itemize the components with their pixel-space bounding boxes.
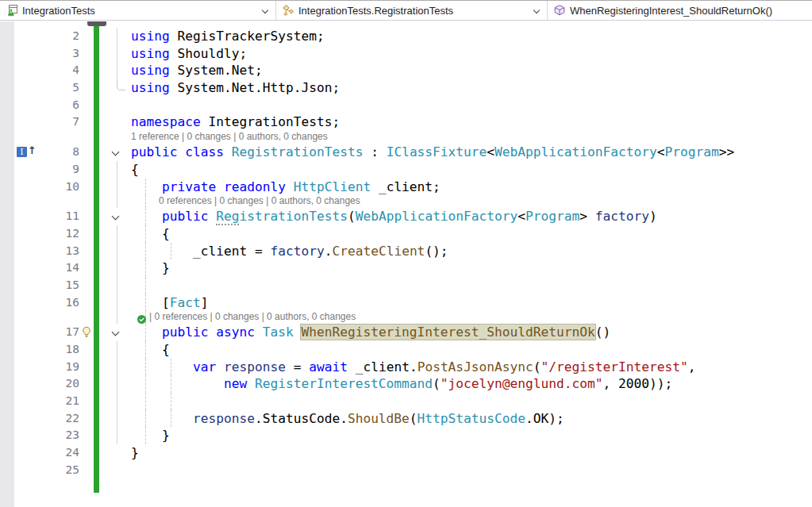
class-icon [282, 4, 294, 17]
code-token: RegisTrackerSystem; [177, 29, 324, 44]
member-dropdown[interactable]: WhenRegisteringInterest_ShouldReturnOk() [548, 1, 812, 20]
codelens-indicator[interactable]: 0 references | 0 changes | 0 authors, 0 … [159, 195, 360, 207]
code-token: namespace [131, 114, 208, 129]
line-number: 4 [24, 62, 79, 79]
code-token: response [224, 359, 286, 374]
code-line-12[interactable]: 12 { [0, 225, 812, 243]
code-line-21[interactable]: 21 [0, 393, 812, 410]
indent-guide [117, 179, 117, 196]
indent-guide [171, 393, 171, 410]
code-token: { [131, 226, 170, 241]
code-line-18[interactable]: 18 { [0, 341, 812, 359]
member-dropdown-label: WhenRegisteringInterest_ShouldReturnOk() [570, 5, 772, 17]
indent-guide [117, 359, 117, 376]
code-token: "/registerInterest" [541, 359, 688, 374]
indent-guide [117, 277, 117, 294]
code-token: HttpClient [294, 179, 371, 194]
code-token [131, 209, 162, 224]
code-line-4[interactable]: 4using System.Net; [0, 62, 812, 79]
code-line-8[interactable]: 8I↑public class RegistrationTests : ICla… [0, 144, 812, 161]
code-token: factory [270, 244, 324, 259]
code-line-7[interactable]: 7namespace IntegrationTests; [0, 113, 812, 131]
code-token: System.Net.Http.Json; [177, 80, 340, 95]
code-line-17[interactable]: 17 public async Task WhenRegisteringInte… [0, 324, 812, 341]
code-token: Program [665, 144, 719, 159]
indent-guide [117, 427, 117, 444]
code-token: _client = [131, 244, 270, 259]
code-line-3[interactable]: 3using Shouldly; [0, 45, 812, 63]
line-number: 5 [24, 79, 79, 97]
code-line-24[interactable]: 24} [0, 444, 812, 462]
code-line-16[interactable]: 16 [Fact] [0, 294, 812, 312]
codelens-row: | 0 references | 0 changes | 0 authors, … [0, 311, 812, 324]
code-text: using System.Net; [131, 62, 263, 79]
code-text: { [131, 341, 170, 359]
code-line-15[interactable]: 15 [0, 277, 812, 294]
code-token: . [325, 244, 333, 259]
code-editor[interactable]: 2using RegisTrackerSystem;3using Shouldl… [0, 28, 812, 479]
code-line-9[interactable]: 9{ [0, 161, 812, 179]
indent-guide [117, 393, 117, 410]
code-token: { [131, 342, 170, 357]
indent-guide [117, 243, 117, 260]
collapse-chevron-icon[interactable] [111, 328, 121, 336]
code-token: RegistrationTests [232, 144, 364, 159]
code-token: ( [533, 359, 541, 374]
code-token: var [193, 359, 224, 374]
code-token: _client [356, 359, 410, 374]
breadcrumb-navigation-bar: IntegrationTests IntegrationTests.Regist… [0, 0, 812, 21]
code-line-11[interactable]: 11 public RegistrationTests(WebApplicati… [0, 208, 812, 225]
code-line-19[interactable]: 19 var response = await _client.PostAsJs… [0, 359, 812, 376]
fold-region-end-bracket [117, 79, 125, 90]
code-token: .OK); [525, 411, 564, 426]
inheritance-up-arrow-icon: ↑ [28, 144, 37, 156]
code-token: Fact [170, 295, 201, 310]
code-token: "jocelyn@englund.com" [441, 376, 603, 391]
line-number: 11 [24, 208, 79, 225]
code-token: } [131, 445, 139, 460]
code-token: IntegrationTests; [208, 114, 340, 129]
project-dropdown[interactable]: IntegrationTests [0, 1, 276, 20]
code-text: [Fact] [131, 294, 208, 312]
code-token [131, 359, 193, 374]
code-token: , [688, 359, 696, 374]
collapse-chevron-icon[interactable] [111, 148, 121, 156]
codelens-indicator[interactable]: 1 reference | 0 changes | 0 authors, 0 c… [131, 131, 328, 143]
type-dropdown[interactable]: IntegrationTests.RegistrationTests [276, 1, 548, 20]
code-line-20[interactable]: 20 new RegisterInterestCommand("jocelyn@… [0, 375, 812, 393]
indent-guide [117, 161, 117, 179]
inheritance-margin-icon[interactable]: I [17, 147, 27, 157]
indent-guide [145, 195, 146, 208]
code-line-25[interactable]: 25 [0, 462, 812, 479]
code-line-13[interactable]: 13 _client = factory.CreateClient(); [0, 243, 812, 260]
line-number: 12 [24, 225, 79, 243]
collapse-chevron-icon[interactable] [111, 213, 121, 221]
code-line-22[interactable]: 22 response.StatusCode.ShouldBe(HttpStat… [0, 410, 812, 428]
method-icon [553, 4, 566, 17]
test-passed-icon [137, 313, 146, 321]
code-line-23[interactable]: 23 } [0, 427, 812, 444]
type-dropdown-label: IntegrationTests.RegistrationTests [298, 5, 453, 17]
line-number: 20 [24, 375, 79, 393]
code-token [131, 325, 162, 340]
code-line-10[interactable]: 10 private readonly HttpClient _client; [0, 179, 812, 196]
lightbulb-icon[interactable] [80, 325, 93, 339]
code-token: Reg [216, 209, 239, 225]
codelens-indicator[interactable]: | 0 references | 0 changes | 0 authors, … [149, 311, 356, 323]
code-line-2[interactable]: 2using RegisTrackerSystem; [0, 28, 812, 45]
chevron-down-icon [534, 8, 540, 13]
code-token: . [410, 359, 418, 374]
code-token: >> [719, 144, 735, 159]
code-token: PostAsJsonAsync [418, 359, 533, 374]
line-number: 14 [24, 259, 79, 277]
indent-guide [117, 375, 117, 393]
line-number: 16 [24, 294, 79, 312]
code-token: await [309, 359, 355, 374]
code-token: Task [263, 325, 302, 340]
code-line-6[interactable]: 6 [0, 97, 812, 114]
code-line-5[interactable]: 5using System.Net.Http.Json; [0, 79, 812, 97]
project-dropdown-label: IntegrationTests [22, 5, 95, 17]
line-number: 10 [24, 179, 79, 196]
code-line-14[interactable]: 14 } [0, 259, 812, 277]
code-token: public [162, 209, 216, 224]
